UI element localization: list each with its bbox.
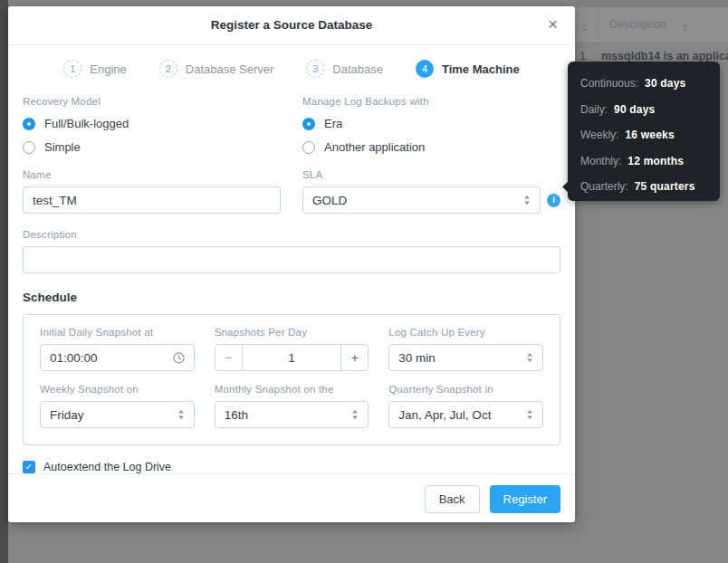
tooltip-row: Daily: 90 days — [580, 97, 707, 123]
name-label: Name — [23, 169, 281, 180]
tooltip-row: Quarterly: 75 quarters — [580, 174, 707, 200]
initial-daily-snapshot-group: Initial Daily Snapshot at 01:00:00 — [40, 327, 195, 371]
select-arrows-icon — [526, 352, 533, 363]
row-index: 1 — [580, 50, 586, 62]
register-button[interactable]: Register — [490, 485, 560, 513]
register-source-database-dialog: Register a Source Database × 1 Engine 2 … — [8, 6, 575, 522]
radio-button-icon — [23, 118, 35, 130]
radio-simple[interactable]: Simple — [23, 140, 281, 154]
step-number-badge: 3 — [306, 60, 324, 78]
radio-button-icon — [302, 118, 315, 130]
manage-log-backups-label: Manage Log Backups with — [302, 96, 560, 107]
decrement-button[interactable]: − — [216, 345, 243, 370]
monthly-snapshot-group: Monthly Snapshot on the 16th — [215, 384, 369, 428]
recovery-model-group: Recovery Model Full/Bulk-logged Simple — [23, 96, 281, 154]
radio-another-application[interactable]: Another application — [302, 140, 560, 154]
dialog-footer: Back Register — [8, 473, 575, 522]
step-engine[interactable]: 1 Engine — [63, 60, 126, 78]
name-input[interactable] — [33, 194, 271, 207]
log-catch-up-select[interactable]: 30 min — [388, 344, 543, 371]
sla-label: SLA — [302, 169, 560, 180]
close-icon[interactable]: × — [544, 6, 561, 44]
sla-select[interactable]: GOLD — [302, 186, 541, 214]
select-arrows-icon — [177, 409, 185, 420]
dialog-body: Recovery Model Full/Bulk-logged Simple M… — [8, 92, 575, 473]
description-label: Description — [23, 229, 560, 240]
monthly-snapshot-select[interactable]: 16th — [215, 401, 369, 428]
autoextend-label: Autoextend the Log Drive — [43, 461, 171, 473]
weekly-snapshot-group: Weekly Snapshot on Friday — [40, 384, 195, 428]
dialog-title: Register a Source Database — [8, 6, 575, 44]
autoextend-checkbox[interactable]: ✓ Autoextend the Log Drive — [23, 461, 560, 473]
step-time-machine[interactable]: 4 Time Machine — [416, 60, 520, 78]
manage-log-backups-group: Manage Log Backups with Era Another appl… — [302, 96, 560, 154]
initial-daily-snapshot-input[interactable]: 01:00:00 — [40, 344, 195, 371]
description-field-group: Description — [23, 229, 560, 273]
radio-button-icon — [302, 141, 315, 154]
snapshots-per-day-group: Snapshots Per Day − 1 + — [215, 327, 369, 371]
tooltip-row: Weekly: 16 weeks — [580, 122, 707, 148]
select-arrows-icon — [351, 409, 359, 420]
schedule-heading: Schedule — [23, 291, 560, 304]
step-database-server[interactable]: 2 Database Server — [159, 60, 274, 78]
description-column-header: Description — [609, 18, 666, 31]
background-top-bar — [575, 0, 728, 7]
quarterly-snapshot-group: Quarterly Snapshot in Jan, Apr, Jul, Oct — [388, 384, 543, 428]
radio-era[interactable]: Era — [302, 117, 560, 130]
row-description-text: mssqldb14 is an applicat — [601, 50, 728, 62]
log-catch-up-group: Log Catch Up Every 30 min — [388, 327, 543, 371]
description-input[interactable] — [33, 253, 551, 267]
sort-arrows-icon — [582, 20, 589, 36]
step-database[interactable]: 3 Database — [306, 60, 383, 78]
radio-button-icon — [23, 141, 35, 154]
background-left-panel — [0, 0, 8, 563]
increment-button[interactable]: + — [340, 345, 368, 370]
clock-icon — [173, 352, 185, 364]
snapshots-per-day-value[interactable]: 1 — [243, 345, 341, 370]
sla-retention-tooltip: Continuous: 30 days Daily: 90 days Weekl… — [568, 62, 720, 201]
tooltip-row: Monthly: 12 months — [580, 148, 707, 175]
background-table-header: Description — [575, 7, 728, 43]
schedule-panel: Initial Daily Snapshot at 01:00:00 Snaps… — [23, 314, 560, 445]
select-arrows-icon — [526, 409, 533, 420]
tooltip-row: Continuous: 30 days — [580, 71, 707, 97]
snapshots-per-day-stepper: − 1 + — [215, 344, 369, 371]
step-number-badge: 1 — [63, 60, 81, 78]
weekly-snapshot-select[interactable]: Friday — [40, 401, 195, 428]
sla-info-icon[interactable]: i — [547, 194, 560, 207]
quarterly-snapshot-select[interactable]: Jan, Apr, Jul, Oct — [388, 401, 543, 428]
select-arrows-icon — [523, 195, 531, 205]
wizard-stepper: 1 Engine 2 Database Server 3 Database 4 … — [8, 45, 575, 92]
name-field-group: Name — [23, 169, 281, 214]
recovery-model-label: Recovery Model — [23, 96, 281, 107]
checkbox-checked-icon: ✓ — [23, 461, 35, 473]
step-number-badge: 2 — [159, 60, 177, 78]
column-divider — [598, 11, 599, 40]
back-button[interactable]: Back — [425, 485, 480, 513]
step-number-badge: 4 — [416, 60, 434, 78]
radio-full-bulk-logged[interactable]: Full/Bulk-logged — [23, 117, 281, 130]
sort-arrows-icon — [682, 20, 688, 36]
sla-field-group: SLA GOLD i — [302, 169, 560, 214]
dialog-header: Register a Source Database × — [8, 6, 575, 45]
